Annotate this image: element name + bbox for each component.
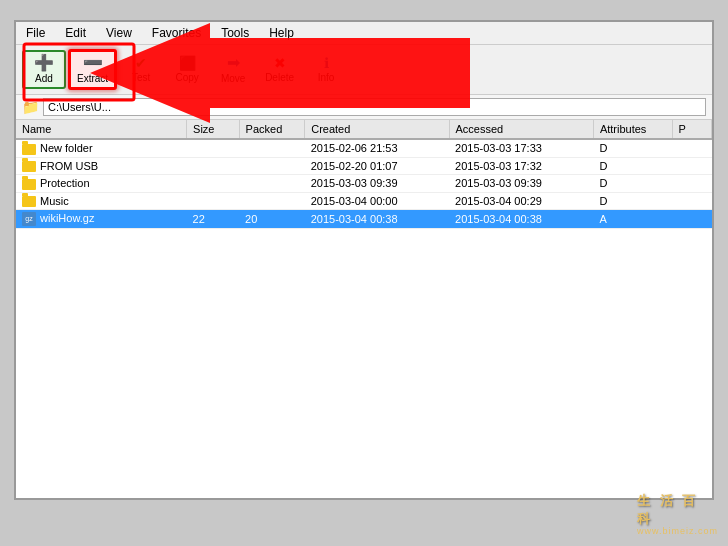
info-label: Info	[318, 72, 335, 83]
file-name: Music	[16, 192, 187, 210]
file-packed	[239, 175, 305, 193]
add-label: Add	[35, 73, 53, 84]
file-extra	[672, 175, 711, 193]
file-size	[187, 157, 239, 175]
table-row[interactable]: Music 2015-03-04 00:00 2015-03-04 00:29 …	[16, 192, 712, 210]
move-button[interactable]: ➡ Move	[211, 50, 255, 89]
test-button[interactable]: ✔ Test	[119, 51, 163, 88]
file-name: Protection	[16, 175, 187, 193]
watermark: 生 活 百 科 www.bimeiz.com	[637, 526, 718, 536]
folder-icon	[22, 179, 36, 190]
file-size: 22	[187, 210, 239, 229]
file-accessed: 2015-03-04 00:38	[449, 210, 593, 229]
table-row[interactable]: New folder 2015-02-06 21:53 2015-03-03 1…	[16, 139, 712, 157]
file-packed	[239, 139, 305, 157]
menu-tools[interactable]: Tools	[215, 24, 255, 42]
addressbar: 📁	[16, 95, 712, 120]
table-row[interactable]: gzwikiHow.gz 22 20 2015-03-04 00:38 2015…	[16, 210, 712, 229]
folder-nav-icon: 📁	[22, 99, 39, 115]
file-list: Name Size Packed Created Accessed Attrib…	[16, 120, 712, 498]
move-label: Move	[221, 73, 245, 84]
copy-label: Copy	[175, 72, 198, 83]
file-attribs: D	[593, 175, 672, 193]
delete-button[interactable]: ✖ Delete	[257, 51, 302, 88]
col-header-extra[interactable]: P	[672, 120, 711, 139]
test-label: Test	[132, 72, 150, 83]
delete-label: Delete	[265, 72, 294, 83]
table-row[interactable]: FROM USB 2015-02-20 01:07 2015-03-03 17:…	[16, 157, 712, 175]
menu-favorites[interactable]: Favorites	[146, 24, 207, 42]
file-attribs: A	[593, 210, 672, 229]
menu-file[interactable]: File	[20, 24, 51, 42]
file-size	[187, 175, 239, 193]
file-attribs: D	[593, 157, 672, 175]
file-extra	[672, 210, 711, 229]
file-packed	[239, 157, 305, 175]
file-created: 2015-03-04 00:38	[305, 210, 449, 229]
file-attribs: D	[593, 139, 672, 157]
table-row[interactable]: Protection 2015-03-03 09:39 2015-03-03 0…	[16, 175, 712, 193]
file-name: FROM USB	[16, 157, 187, 175]
file-packed: 20	[239, 210, 305, 229]
extract-label: Extract	[77, 73, 108, 84]
extract-icon: ➖	[83, 55, 103, 71]
file-name: New folder	[16, 139, 187, 157]
address-input[interactable]	[43, 98, 706, 116]
file-accessed: 2015-03-04 00:29	[449, 192, 593, 210]
col-header-created[interactable]: Created	[305, 120, 449, 139]
file-packed	[239, 192, 305, 210]
col-header-size[interactable]: Size	[187, 120, 239, 139]
file-created: 2015-02-20 01:07	[305, 157, 449, 175]
file-extra	[672, 139, 711, 157]
add-icon: ➕	[34, 55, 54, 71]
file-size	[187, 139, 239, 157]
menu-view[interactable]: View	[100, 24, 138, 42]
add-button[interactable]: ➕ Add	[22, 50, 66, 89]
file-extra	[672, 157, 711, 175]
file-created: 2015-03-04 00:00	[305, 192, 449, 210]
menubar: File Edit View Favorites Tools Help	[16, 22, 712, 45]
test-icon: ✔	[135, 56, 147, 70]
file-accessed: 2015-03-03 17:33	[449, 139, 593, 157]
move-icon: ➡	[227, 55, 240, 71]
col-header-attribs[interactable]: Attributes	[593, 120, 672, 139]
file-accessed: 2015-03-03 17:32	[449, 157, 593, 175]
file-created: 2015-03-03 09:39	[305, 175, 449, 193]
file-attribs: D	[593, 192, 672, 210]
file-size	[187, 192, 239, 210]
folder-icon	[22, 161, 36, 172]
file-table: Name Size Packed Created Accessed Attrib…	[16, 120, 712, 229]
file-name: gzwikiHow.gz	[16, 210, 187, 229]
file-extra	[672, 192, 711, 210]
copy-icon: ⬛	[179, 56, 196, 70]
menu-edit[interactable]: Edit	[59, 24, 92, 42]
toolbar: ➕ Add ➖ Extract ✔ Test ⬛ Copy ➡ Move ✖ D…	[16, 45, 712, 95]
file-created: 2015-02-06 21:53	[305, 139, 449, 157]
extract-button[interactable]: ➖ Extract	[68, 49, 117, 90]
folder-icon	[22, 196, 36, 207]
col-header-name[interactable]: Name	[16, 120, 187, 139]
info-icon: ℹ	[324, 56, 329, 70]
main-window: File Edit View Favorites Tools Help ➕ Ad…	[14, 20, 714, 500]
info-button[interactable]: ℹ Info	[304, 51, 348, 88]
folder-icon	[22, 144, 36, 155]
gz-icon: gz	[22, 212, 36, 226]
menu-help[interactable]: Help	[263, 24, 300, 42]
col-header-accessed[interactable]: Accessed	[449, 120, 593, 139]
col-header-packed[interactable]: Packed	[239, 120, 305, 139]
delete-icon: ✖	[274, 56, 286, 70]
file-accessed: 2015-03-03 09:39	[449, 175, 593, 193]
copy-button[interactable]: ⬛ Copy	[165, 51, 209, 88]
